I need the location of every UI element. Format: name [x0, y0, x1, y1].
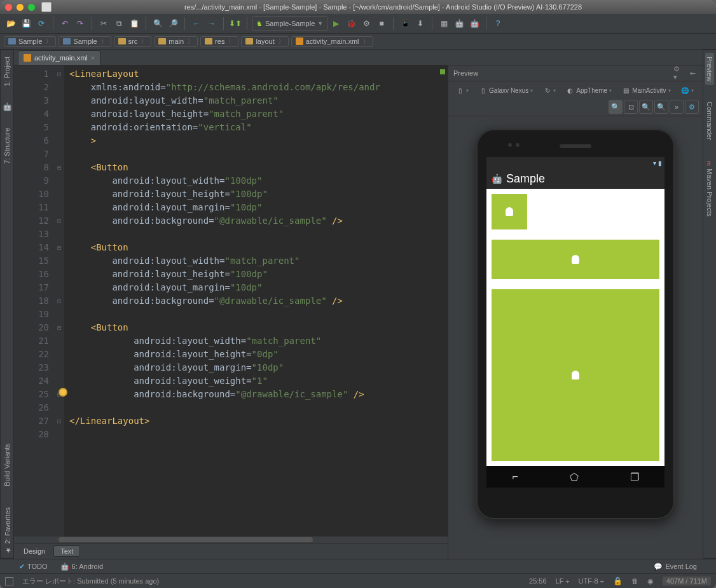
project-structure-icon[interactable]: ▦ [437, 17, 451, 31]
paste-icon[interactable]: 📋 [127, 17, 141, 31]
status-checkbox[interactable] [5, 577, 13, 585]
event-log-tab[interactable]: 💬Event Log [654, 563, 697, 571]
encoding[interactable]: UTF-8 ÷ [579, 577, 604, 585]
zoom-fit-icon[interactable]: 🔍 [609, 100, 623, 114]
help-icon[interactable]: ? [491, 17, 505, 31]
breadcrumb-item[interactable]: src〉 [114, 36, 152, 47]
settings-icon[interactable]: ⚙ [685, 100, 699, 114]
file-tab-active[interactable]: activity_main.xml × [18, 50, 100, 65]
debug-icon[interactable]: 🐞 [344, 17, 358, 31]
avd-manager-icon[interactable]: 📱 [398, 17, 412, 31]
ide-window: res/.../activity_main.xml - [Sample-Samp… [0, 0, 716, 588]
folder-icon [63, 38, 71, 44]
zoom-window-button[interactable] [28, 4, 35, 11]
xml-file-icon [296, 38, 303, 45]
undo-icon[interactable]: ↶ [58, 17, 72, 31]
activity-selector[interactable]: ▤MainActivitv▾ [618, 85, 674, 96]
design-tab[interactable]: Design [17, 545, 52, 557]
back-icon: ⌐ [512, 471, 518, 482]
editor-pane: activity_main.xml × 12345678910111213141… [14, 50, 703, 559]
ide-statusbar: エラー レポート: Submitted (5 minutes ago) 25:5… [0, 573, 716, 588]
hide-icon[interactable]: ⇤ [687, 68, 698, 78]
android-monitor-icon[interactable]: 🤖 [467, 17, 481, 31]
device-selector[interactable]: ▯▾ [452, 85, 472, 96]
code-lines[interactable]: <LinearLayout xmlns:android="http://sche… [64, 65, 448, 537]
device-name-selector[interactable]: ▯Galaxv Nexus▾ [475, 85, 537, 96]
attach-debugger-icon[interactable]: ⚙ [359, 17, 373, 31]
maven-tool-tab[interactable]: mMaven Projects [705, 157, 714, 221]
find-icon[interactable]: 🔍 [151, 17, 165, 31]
right-tool-rail: Preview Commander mMaven Projects [703, 50, 716, 559]
run-config-selector[interactable]: ♞ Sample-Sample ▼ [252, 16, 327, 31]
build-variants-tab[interactable]: Build Variants [3, 440, 11, 490]
open-icon[interactable]: 📂 [4, 17, 18, 31]
back-icon[interactable]: ← [189, 17, 203, 31]
window-controls [5, 4, 35, 11]
replace-icon[interactable]: 🔎 [166, 17, 180, 31]
intention-bulb-icon[interactable] [59, 388, 67, 397]
stop-icon[interactable]: ■ [375, 17, 389, 31]
line-gutter: 1234567891011121314151617181920212223242… [14, 65, 54, 537]
minimize-window-button[interactable] [17, 4, 24, 11]
preview-button-1 [492, 194, 527, 229]
save-icon[interactable]: 💾 [19, 17, 33, 31]
inspector-icon[interactable]: ◉ [647, 577, 654, 585]
android-icon: ♞ [256, 20, 263, 28]
make-icon[interactable]: ⬇⬆ [228, 17, 242, 31]
trash-icon[interactable]: 🗑 [631, 577, 638, 585]
android-icon: 🤖 [492, 174, 502, 184]
recents-icon: ❐ [630, 471, 639, 483]
code-editor[interactable]: 1234567891011121314151617181920212223242… [14, 65, 448, 559]
run-icon[interactable]: ▶ [329, 17, 343, 31]
sync-gradle-icon[interactable]: 🤖 [452, 17, 466, 31]
window-title: res/.../activity_main.xml - [Sample-Samp… [55, 3, 711, 11]
lock-icon[interactable]: 🔒 [613, 577, 623, 585]
more-icon[interactable]: » [670, 100, 684, 114]
line-separator[interactable]: LF ÷ [556, 577, 570, 585]
orientation-selector[interactable]: ↻▾ [539, 85, 560, 96]
theme-selector[interactable]: ◐AppTheme▾ [562, 85, 616, 96]
breadcrumb-item[interactable]: Sample〉 [4, 36, 56, 47]
horizontal-scrollbar[interactable] [14, 537, 448, 543]
breadcrumb-item[interactable]: res〉 [200, 36, 238, 47]
text-tab[interactable]: Text [53, 545, 80, 557]
gear-icon[interactable]: ⚙ ▾ [673, 68, 684, 78]
copy-icon[interactable]: ⧉ [112, 17, 126, 31]
breadcrumb-item[interactable]: activity_main.xml〉 [291, 36, 373, 47]
close-tab-icon[interactable]: × [91, 54, 95, 62]
inspection-ok-icon [440, 69, 445, 74]
redo-icon[interactable]: ↷ [73, 17, 87, 31]
breadcrumb-item[interactable]: Sample〉 [59, 36, 111, 47]
breadcrumb-item[interactable]: layout〉 [241, 36, 288, 47]
memory-indicator[interactable]: 407M / 711M [663, 577, 711, 585]
zoom-in-icon[interactable]: 🔍 [639, 100, 653, 114]
forward-icon[interactable]: → [205, 17, 219, 31]
todo-tool-tab[interactable]: ✔TODO [19, 563, 48, 571]
zoom-out-icon[interactable]: 🔍 [654, 100, 668, 114]
cut-icon[interactable]: ✂ [97, 17, 111, 31]
android-icon[interactable]: 🤖 [3, 102, 11, 111]
commander-tool-tab[interactable]: Commander [705, 98, 714, 144]
window-titlebar: res/.../activity_main.xml - [Sample-Samp… [0, 0, 716, 14]
project-tool-tab[interactable]: 1: Project [3, 53, 11, 90]
home-icon: ⬠ [570, 471, 579, 483]
preview-header: Preview ⚙ ▾ ⇤ [448, 65, 703, 81]
preview-button-2 [492, 240, 659, 279]
close-window-button[interactable] [5, 4, 12, 11]
android-tool-tab[interactable]: 🤖6: Android [60, 563, 104, 571]
folder-icon [8, 38, 16, 44]
preview-canvas: ▾▮ 🤖 Sample [448, 116, 703, 559]
favorites-tab[interactable]: ★2: Favorites [3, 503, 12, 558]
sync-icon[interactable]: ⟳ [34, 17, 48, 31]
preview-pane: Preview ⚙ ▾ ⇤ ▯▾ ▯Galaxv Nexus▾ ↻▾ ◐AppT… [448, 65, 703, 559]
fold-column[interactable]: ⊟⊟⊡⊟⊡⊟⊡⊡ [54, 65, 64, 537]
run-config-label: Sample-Sample [265, 20, 315, 27]
locale-selector[interactable]: 🌐▾ [677, 85, 698, 96]
structure-tool-tab[interactable]: 7: Structure [3, 124, 11, 168]
caret-position[interactable]: 25:56 [529, 577, 547, 585]
breadcrumb-item[interactable]: main〉 [154, 36, 198, 47]
preview-tool-tab[interactable]: Preview [705, 53, 714, 85]
zoom-actual-icon[interactable]: ⊡ [624, 100, 638, 114]
app-actionbar: 🤖 Sample [486, 168, 664, 189]
sdk-manager-icon[interactable]: ⬇ [413, 17, 427, 31]
